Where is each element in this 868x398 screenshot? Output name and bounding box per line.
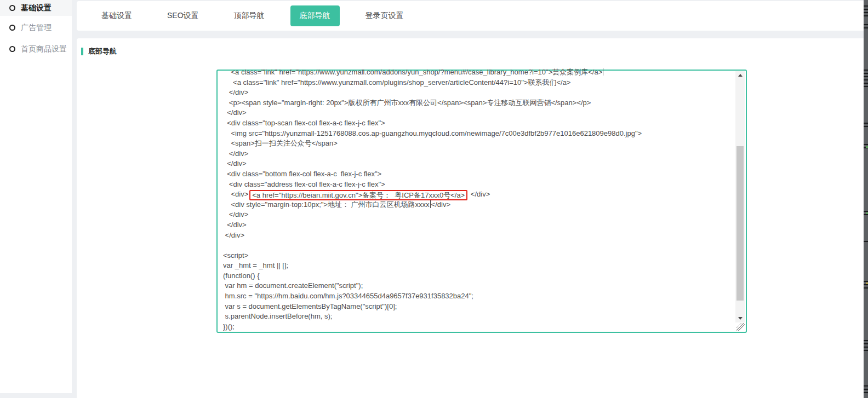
footer-nav-code-textarea[interactable]: <a class="link" href="https://www.yunzma… (216, 70, 747, 333)
minimap-tick (864, 350, 868, 351)
code-line: <img src="https://yunzmall-1251768088.co… (223, 129, 734, 139)
minimap-scrollbar[interactable] (864, 0, 868, 398)
editor-scrollbar[interactable] (735, 71, 745, 322)
tab-底部导航[interactable]: 底部导航 (290, 5, 340, 26)
code-line: <a class="link" href="https://www.yunzma… (223, 67, 734, 78)
code-text: </div> (223, 88, 248, 96)
section-accent-bar (81, 48, 83, 55)
code-line: })(); (223, 322, 734, 331)
text-caret (430, 200, 431, 208)
minimap-tick (864, 5, 868, 7)
code-line: <div style="margin-top:10px;">地址： 广州市白云区… (223, 200, 734, 210)
minimap-tick (864, 385, 868, 387)
minimap-tick (864, 211, 868, 212)
minimap-tick (864, 144, 868, 145)
code-text: </div> (223, 159, 247, 168)
code-editor-text[interactable]: <a class="link" href="https://www.yunzma… (223, 67, 734, 331)
minimap-tick (864, 9, 868, 10)
code-text: <img src="https://yunzmall-1251768088.co… (223, 129, 642, 137)
code-text: var hm = document.createElement("script"… (223, 281, 363, 290)
code-text: <div class="bottom flex-col flex-a-c fle… (223, 170, 381, 178)
arrow-down-icon (738, 317, 743, 320)
minimap-tick (864, 79, 868, 80)
tab-bar: 基础设置SEO设置顶部导航底部导航登录页设置 (77, 1, 868, 31)
code-text: <div class="address flex-col flex-a-c fl… (223, 180, 385, 188)
minimap-tick (864, 86, 868, 87)
code-text: var s = document.getElementsByTagName("s… (223, 302, 397, 310)
code-text: </div> (223, 221, 247, 229)
sidebar-item-label: 广告管理 (21, 23, 52, 33)
minimap-tick (864, 281, 868, 282)
code-line: s.parentNode.insertBefore(hm, s); (223, 312, 734, 322)
sidebar-item[interactable]: 基础设置 (0, 0, 72, 16)
code-line: <span>扫一扫关注公众号</span> (223, 139, 734, 149)
code-line: <p><span style="margin-right: 20px">版权所有… (223, 98, 734, 108)
minimap-marker (866, 146, 868, 148)
code-text: <p><span style="margin-right: 20px">版权所有… (223, 99, 591, 107)
arrow-up-icon (738, 74, 743, 77)
code-line: hm.src = "https://hm.baidu.com/hm.js?033… (223, 291, 734, 302)
code-text: <div style="margin-top:10px;">地址： 广州市白云区… (223, 200, 430, 209)
code-text: (function() { (223, 272, 259, 280)
minimap-tick (864, 241, 868, 242)
code-text: <div> (223, 190, 248, 198)
code-line: var hm = document.createElement("script"… (223, 281, 734, 291)
code-line: <script> (223, 251, 734, 261)
code-text: <a class="link" href="https://www.yunzma… (223, 68, 602, 76)
code-line: </div> (223, 149, 734, 159)
minimap-tick (864, 287, 868, 289)
minimap-tick (864, 83, 868, 84)
tab-SEO设置[interactable]: SEO设置 (158, 5, 208, 26)
code-line: </div> (223, 230, 734, 241)
code-text: </div> (223, 108, 247, 117)
code-line: <div class="bottom flex-col flex-a-c fle… (223, 169, 734, 180)
minimap-tick (864, 347, 868, 348)
sidebar-item-label: 基础设置 (21, 3, 52, 13)
section-title: 底部导航 (88, 47, 117, 56)
section-header: 底部导航 (81, 47, 117, 56)
code-text: <div class="top-scan flex-col flex-a-c f… (223, 119, 385, 127)
code-line: </div> (223, 159, 734, 169)
code-line: <div class="address flex-col flex-a-c fl… (223, 180, 734, 190)
scrollbar-thumb[interactable] (736, 146, 744, 301)
textarea-resize-grip-icon[interactable] (736, 323, 745, 331)
scroll-up-button[interactable] (735, 71, 745, 79)
minimap-marker (866, 282, 868, 284)
sidebar-item[interactable]: 首页商品设置 (0, 41, 72, 57)
minimap-tick (864, 126, 868, 127)
minimap-marker (866, 212, 868, 214)
tab-顶部导航[interactable]: 顶部导航 (225, 5, 274, 26)
minimap-tick (864, 389, 868, 390)
code-line: </div> (223, 108, 734, 118)
code-line: <div><a href="https://beian.miit.gov.cn"… (223, 189, 734, 200)
scroll-down-button[interactable] (735, 314, 745, 322)
minimap-tick (864, 392, 868, 393)
minimap-tick (864, 27, 868, 28)
minimap-tick (864, 24, 868, 25)
code-line: var _hmt = _hmt || []; (223, 261, 734, 271)
code-text: var _hmt = _hmt || []; (223, 261, 288, 269)
content-panel: 底部导航 <a class="link" href="https://www.y… (77, 38, 868, 398)
code-text: </div> (469, 190, 490, 198)
minimap-tick (864, 123, 868, 124)
code-text: })(); (223, 322, 235, 331)
tab-基础设置[interactable]: 基础设置 (92, 5, 141, 26)
minimap-tick (864, 70, 868, 71)
code-text: hm.src = "https://hm.baidu.com/hm.js?033… (223, 292, 473, 300)
sidebar-item-label: 首页商品设置 (21, 44, 67, 54)
code-text: <a class="link" href="https://www.yunzma… (223, 78, 570, 86)
tab-登录页设置[interactable]: 登录页设置 (356, 5, 413, 26)
code-text: </div> (431, 200, 450, 209)
circle-icon (9, 46, 15, 52)
sidebar-item[interactable]: 广告管理 (0, 20, 72, 36)
minimap-tick (864, 214, 868, 215)
code-line: </div> (223, 88, 734, 98)
highlighted-code: <a href="https://beian.miit.gov.cn">备案号：… (249, 190, 467, 200)
code-line: (function() { (223, 271, 734, 281)
minimap-tick (864, 76, 868, 77)
code-line: </div> (223, 220, 734, 230)
code-text: <span>扫一扫关注公众号</span> (223, 139, 338, 147)
code-line: <a class="link" href="https://www.yunzma… (223, 78, 734, 88)
code-line: <div class="top-scan flex-col flex-a-c f… (223, 118, 734, 129)
minimap-tick (864, 15, 868, 16)
